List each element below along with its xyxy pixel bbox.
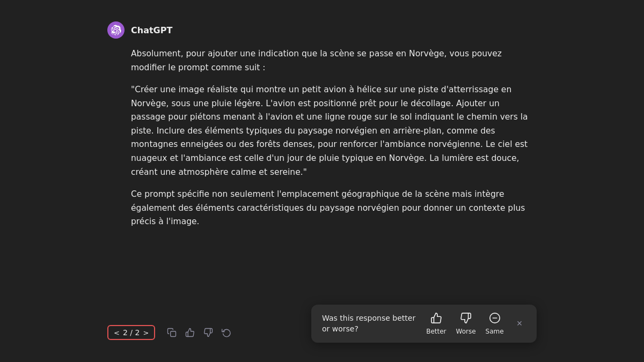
feedback-same-button[interactable]: Same: [486, 312, 504, 335]
thumbs-down-feedback-icon: [460, 312, 472, 326]
worse-label: Worse: [456, 328, 476, 335]
chat-window: ChatGPT Absolument, pour ajouter une ind…: [0, 0, 644, 362]
feedback-better-button[interactable]: Better: [426, 312, 446, 335]
paragraph-2: "Créer une image réaliste qui montre un …: [131, 83, 537, 179]
page-navigation[interactable]: < 2 / 2 >: [107, 325, 155, 340]
thumbs-up-button[interactable]: [182, 324, 198, 341]
paragraph-3: Ce prompt spécifie non seulement l'empla…: [131, 188, 537, 229]
same-label: Same: [486, 328, 504, 335]
page-count: 2 / 2: [123, 328, 140, 337]
feedback-question: Was this response better or worse?: [322, 313, 415, 334]
chatgpt-avatar: [107, 21, 125, 39]
chatgpt-logo-icon: [111, 25, 121, 35]
feedback-popup: Was this response better or worse? Bette…: [311, 305, 537, 343]
next-page-button[interactable]: >: [143, 329, 149, 336]
action-buttons: [164, 324, 235, 341]
feedback-close-button[interactable]: ×: [517, 318, 523, 329]
toolbar-area: < 2 / 2 >: [0, 318, 644, 351]
copy-icon: [167, 328, 177, 337]
thumbs-up-icon: [185, 328, 195, 337]
thumbs-up-feedback-icon: [430, 312, 442, 326]
refresh-icon: [222, 328, 231, 337]
content-area: ChatGPT Absolument, pour ajouter une ind…: [0, 0, 644, 362]
sender-name: ChatGPT: [131, 25, 172, 35]
prev-page-button[interactable]: <: [114, 329, 120, 336]
thumbs-down-button[interactable]: [200, 324, 216, 341]
message-header: ChatGPT: [107, 21, 537, 39]
svg-rect-0: [171, 331, 176, 337]
better-label: Better: [426, 328, 446, 335]
feedback-options: Better Worse: [426, 312, 503, 335]
regenerate-button[interactable]: [218, 324, 235, 341]
message-body: Absolument, pour ajouter une indication …: [107, 47, 537, 229]
feedback-worse-button[interactable]: Worse: [456, 312, 476, 335]
same-icon: [489, 312, 501, 326]
paragraph-1: Absolument, pour ajouter une indication …: [131, 47, 537, 75]
thumbs-down-icon: [203, 328, 213, 337]
copy-button[interactable]: [164, 324, 180, 341]
message-container: ChatGPT Absolument, pour ajouter une ind…: [0, 0, 644, 318]
